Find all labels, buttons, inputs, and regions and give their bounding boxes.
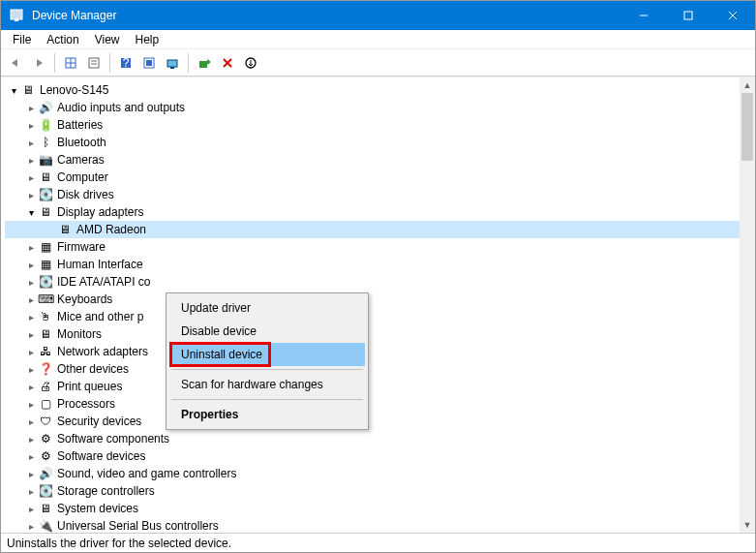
context-item-properties[interactable]: Properties <box>169 403 365 426</box>
chevron-right-icon[interactable] <box>24 521 38 532</box>
file-menu[interactable]: File <box>5 31 39 48</box>
tree-node-23[interactable]: 🔌Universal Serial Bus controllers <box>5 517 740 533</box>
tree-node-11[interactable]: 🖱Mice and other p <box>5 308 740 325</box>
help-menu[interactable]: Help <box>128 31 167 48</box>
tree-node-20[interactable]: 🔊Sound, video and game controllers <box>5 465 740 482</box>
chevron-right-icon[interactable] <box>24 260 38 270</box>
device-icon: 🖧 <box>38 344 53 359</box>
tree-node-root[interactable]: 🖥Lenovo-S145 <box>5 81 740 99</box>
show-hidden-button[interactable] <box>60 52 81 74</box>
back-button[interactable] <box>5 52 26 74</box>
tree-node-0[interactable]: 🔊Audio inputs and outputs <box>5 99 740 116</box>
chevron-right-icon[interactable] <box>24 312 38 323</box>
chevron-right-icon[interactable] <box>24 399 38 410</box>
tree-node-6[interactable]: 🖥Display adapters <box>5 203 740 221</box>
scan-button[interactable] <box>162 52 183 74</box>
svg-rect-3 <box>684 12 692 19</box>
chevron-right-icon[interactable] <box>24 347 38 357</box>
tree-label: Sound, video and game controllers <box>57 467 236 480</box>
device-icon: ⚙ <box>38 431 53 446</box>
context-item-uninstall-device[interactable]: Uninstall device <box>169 343 365 366</box>
chevron-right-icon[interactable] <box>24 242 38 253</box>
chevron-right-icon[interactable] <box>24 486 38 497</box>
chevron-right-icon[interactable] <box>24 451 38 462</box>
tree-node-6-child[interactable]: 🖥AMD Radeon <box>5 221 740 238</box>
chevron-right-icon[interactable] <box>24 416 38 427</box>
tree-node-21[interactable]: 💽Storage controllers <box>5 482 740 500</box>
tree-node-15[interactable]: 🖨Print queues <box>5 378 740 395</box>
tree-node-2[interactable]: ᛒBluetooth <box>5 134 740 151</box>
tree-label: Cameras <box>57 153 105 167</box>
tree-node-4[interactable]: 🖥Computer <box>5 169 740 186</box>
showall-button[interactable] <box>138 52 160 74</box>
scroll-up-icon[interactable]: ▲ <box>740 77 755 93</box>
scroll-thumb[interactable] <box>741 93 753 161</box>
tree-node-9[interactable]: 💽IDE ATA/ATAPI co <box>5 273 740 291</box>
tree-label: Monitors <box>57 327 102 341</box>
device-icon: ▦ <box>38 239 53 255</box>
chevron-right-icon[interactable] <box>24 138 38 148</box>
minimize-button[interactable] <box>621 1 666 30</box>
device-icon: 💽 <box>38 483 53 499</box>
device-icon: 🖨 <box>38 379 53 394</box>
tree-node-5[interactable]: 💽Disk drives <box>5 186 740 203</box>
tree-area: 🖥Lenovo-S145🔊Audio inputs and outputs🔋Ba… <box>1 77 755 533</box>
scroll-down-icon[interactable]: ▼ <box>740 517 755 533</box>
tree-node-1[interactable]: 🔋Batteries <box>5 116 740 134</box>
tree-node-16[interactable]: ▢Processors <box>5 395 740 413</box>
vertical-scrollbar[interactable]: ▲ ▼ <box>740 77 755 533</box>
context-item-disable-device[interactable]: Disable device <box>169 320 365 343</box>
device-icon: 🖥 <box>38 326 53 342</box>
view-menu[interactable]: View <box>87 31 128 48</box>
chevron-right-icon[interactable] <box>24 103 38 113</box>
tree-node-10[interactable]: ⌨Keyboards <box>5 291 740 308</box>
chevron-down-icon[interactable] <box>7 85 20 96</box>
tree-label: IDE ATA/ATAPI co <box>57 275 150 289</box>
chevron-right-icon[interactable] <box>24 434 38 445</box>
chevron-right-icon[interactable] <box>24 294 38 305</box>
properties-button[interactable] <box>83 52 105 74</box>
scan-hardware-button[interactable] <box>240 52 261 74</box>
maximize-button[interactable] <box>666 1 711 30</box>
chevron-right-icon[interactable] <box>24 190 38 200</box>
tree-node-22[interactable]: 🖥System devices <box>5 500 740 517</box>
update-driver-button[interactable] <box>194 52 215 74</box>
chevron-right-icon[interactable] <box>24 277 38 288</box>
forward-button[interactable] <box>28 52 49 74</box>
device-icon: 🔌 <box>38 518 53 533</box>
chevron-right-icon[interactable] <box>24 382 38 392</box>
chevron-right-icon[interactable] <box>24 364 38 375</box>
tree-label: Firmware <box>57 240 106 254</box>
tree-node-7[interactable]: ▦Firmware <box>5 238 740 256</box>
chevron-right-icon[interactable] <box>24 155 38 166</box>
device-tree[interactable]: 🖥Lenovo-S145🔊Audio inputs and outputs🔋Ba… <box>1 77 740 533</box>
tree-node-13[interactable]: 🖧Network adapters <box>5 343 740 360</box>
tree-node-17[interactable]: 🛡Security devices <box>5 413 740 430</box>
svg-rect-9 <box>89 58 99 68</box>
uninstall-button[interactable] <box>217 52 238 74</box>
chevron-right-icon[interactable] <box>24 469 38 479</box>
device-icon: ᛒ <box>38 135 53 150</box>
tree-node-18[interactable]: ⚙Software components <box>5 430 740 447</box>
tree-node-19[interactable]: ⚙Software devices <box>5 447 740 465</box>
tree-node-8[interactable]: ▦Human Interface <box>5 256 740 273</box>
device-icon: ❓ <box>38 361 53 377</box>
action-menu[interactable]: Action <box>39 31 86 48</box>
chevron-down-icon[interactable] <box>24 207 38 218</box>
chevron-right-icon[interactable] <box>24 329 38 340</box>
chevron-right-icon[interactable] <box>24 504 38 514</box>
tree-node-12[interactable]: 🖥Monitors <box>5 325 740 343</box>
status-text: Uninstalls the driver for the selected d… <box>7 537 231 550</box>
tree-node-3[interactable]: 📷Cameras <box>5 151 740 169</box>
context-separator <box>171 369 363 370</box>
tree-node-14[interactable]: ❓Other devices <box>5 360 740 378</box>
context-item-scan-for-hardware-changes[interactable]: Scan for hardware changes <box>169 373 365 396</box>
chevron-right-icon[interactable] <box>24 120 38 131</box>
statusbar: Uninstalls the driver for the selected d… <box>1 533 755 552</box>
context-item-update-driver[interactable]: Update driver <box>169 296 365 320</box>
svg-rect-15 <box>146 60 152 66</box>
tree-label: System devices <box>57 502 138 515</box>
help-button[interactable]: ? <box>115 52 136 74</box>
chevron-right-icon[interactable] <box>24 172 38 183</box>
close-button[interactable] <box>711 1 755 30</box>
